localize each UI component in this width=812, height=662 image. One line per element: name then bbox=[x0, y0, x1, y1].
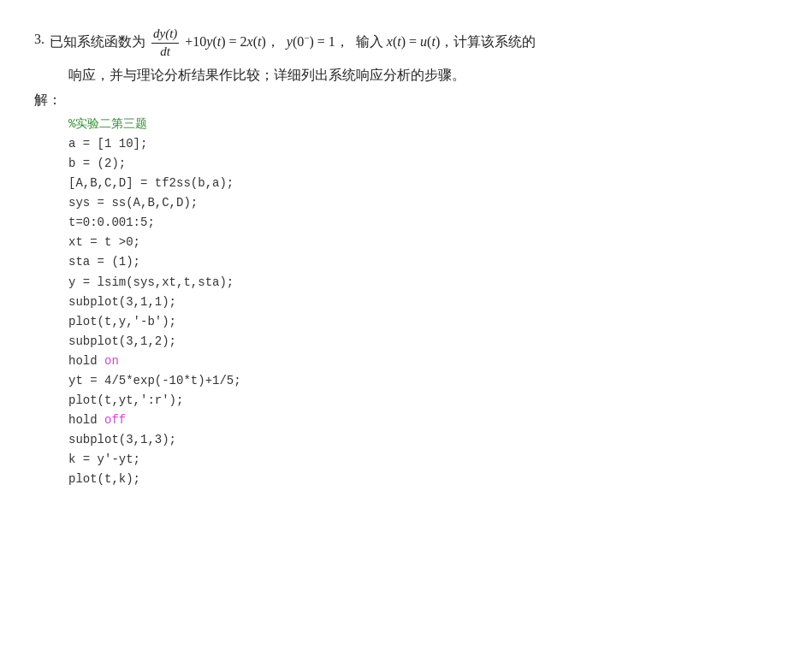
code-line-14: plot(t,yt,':r'); bbox=[68, 391, 778, 411]
code-line-2: b = (2); bbox=[68, 154, 778, 174]
sub-text: 响应，并与理论分析结果作比较；详细列出系统响应分析的步骤。 bbox=[34, 63, 778, 88]
code-line-6: xt = t >0; bbox=[68, 233, 778, 252]
code-line-18: plot(t,k); bbox=[68, 470, 778, 489]
code-line-7: sta = (1); bbox=[68, 252, 778, 272]
fraction-numerator: dy(t) bbox=[151, 26, 179, 44]
code-line-8: y = lsim(sys,xt,t,sta); bbox=[68, 273, 778, 293]
math-fraction: dy(t) dt bbox=[151, 26, 179, 60]
code-line-hold-off: hold off bbox=[68, 411, 778, 430]
code-comment: %实验二第三题 bbox=[68, 115, 778, 134]
hold-off-keyword: off bbox=[104, 413, 126, 427]
code-line-17: k = y'-yt; bbox=[68, 450, 778, 470]
code-line-9: subplot(3,1,1); bbox=[68, 293, 778, 312]
problem-number: 3. bbox=[34, 26, 44, 50]
desc-part1: 已知系统函数为 bbox=[50, 34, 145, 49]
hold-off-prefix: hold bbox=[68, 413, 104, 427]
solution-label: 解： bbox=[34, 92, 778, 109]
fraction-denominator: dt bbox=[158, 44, 172, 61]
hold-on-prefix: hold bbox=[68, 354, 104, 368]
hold-on-keyword: on bbox=[104, 354, 119, 368]
code-line-16: subplot(3,1,3); bbox=[68, 430, 778, 450]
code-line-4: sys = ss(A,B,C,D); bbox=[68, 193, 778, 213]
problem-header: 3. 已知系统函数为 dy(t) dt +10y(t) = 2x(t)， y(0… bbox=[34, 26, 778, 60]
code-line-10: plot(t,y,'-b'); bbox=[68, 312, 778, 332]
problem-text: 已知系统函数为 dy(t) dt +10y(t) = 2x(t)， y(0−) … bbox=[50, 26, 778, 60]
desc-part2: +10y(t) = 2x(t)， y(0−) = 1， 输入 x(t) = u(… bbox=[185, 34, 536, 49]
code-line-hold-on: hold on bbox=[68, 352, 778, 371]
code-line-11: subplot(3,1,2); bbox=[68, 332, 778, 352]
code-line-3: [A,B,C,D] = tf2ss(b,a); bbox=[68, 174, 778, 193]
code-line-5: t=0:0.001:5; bbox=[68, 213, 778, 233]
problem-section: 3. 已知系统函数为 dy(t) dt +10y(t) = 2x(t)， y(0… bbox=[34, 26, 778, 490]
code-block: %实验二第三题 a = [1 10]; b = (2); [A,B,C,D] =… bbox=[34, 115, 778, 490]
code-line-1: a = [1 10]; bbox=[68, 134, 778, 154]
code-line-13: yt = 4/5*exp(-10*t)+1/5; bbox=[68, 371, 778, 391]
